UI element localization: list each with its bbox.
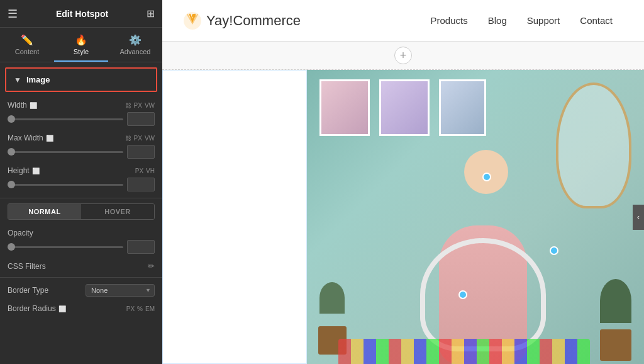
width-control: Width ⬜ ⛓ PX VW — [0, 97, 162, 130]
css-filters-edit-icon[interactable]: ✏ — [148, 261, 155, 271]
border-type-select[interactable]: None Solid Dashed Dotted Double — [86, 284, 155, 297]
height-units: PX VH — [135, 168, 155, 174]
painting-1 — [319, 79, 370, 136]
hotspot-2[interactable] — [550, 246, 558, 255]
width-px-unit[interactable]: PX — [134, 102, 142, 109]
image-section-header[interactable]: ▼ Image — [5, 67, 157, 92]
max-width-link-icon: ⛓ — [125, 135, 131, 142]
border-type-select-wrapper[interactable]: None Solid Dashed Dotted Double — [86, 284, 155, 297]
height-value-input[interactable] — [127, 178, 155, 191]
nav-products[interactable]: Products — [431, 15, 468, 26]
content-icon: ✏️ — [21, 34, 33, 46]
normal-hover-toggle: NORMAL HOVER — [8, 203, 155, 220]
border-radius-row: Border Radius ⬜ PX % EM — [0, 300, 162, 317]
height-vh-unit[interactable]: VH — [146, 168, 155, 174]
max-width-label: Max Width ⬜ — [8, 134, 53, 142]
painting-2 — [379, 79, 430, 136]
woman-figure — [420, 150, 558, 364]
opacity-control: Opacity — [0, 225, 162, 258]
tab-advanced[interactable]: ⚙️ Advanced — [108, 28, 162, 62]
width-vw-unit[interactable]: VW — [145, 102, 155, 109]
normal-btn[interactable]: NORMAL — [8, 204, 81, 219]
width-icon: ⬜ — [30, 102, 37, 109]
height-label: Height ⬜ — [8, 166, 40, 175]
panel-content: ▼ Image Width ⬜ ⛓ PX VW — [0, 62, 162, 364]
hover-btn[interactable]: HOVER — [81, 204, 154, 219]
height-icon: ⬜ — [32, 168, 40, 174]
max-width-slider-row — [8, 145, 155, 159]
panel-title: Edit Hotspot — [56, 9, 108, 19]
width-slider-row — [8, 112, 155, 126]
border-type-label: Border Type — [8, 286, 48, 295]
border-type-row: Border Type None Solid Dashed Dotted Dou… — [0, 280, 162, 300]
css-filters-row: CSS Filters ✏ — [0, 258, 162, 275]
height-slider-track[interactable] — [8, 184, 123, 186]
border-radius-label: Border Radius ⬜ — [8, 304, 66, 313]
max-width-vw-unit[interactable]: VW — [145, 135, 155, 142]
max-width-control: Max Width ⬜ ⛓ PX VW — [0, 130, 162, 162]
border-radius-icon: ⬜ — [58, 305, 66, 312]
opacity-label: Opacity — [8, 229, 33, 237]
plant-right — [594, 279, 638, 361]
mirror — [556, 82, 631, 208]
max-width-px-unit[interactable]: PX — [134, 135, 142, 142]
width-units: ⛓ PX VW — [125, 102, 155, 109]
panel-header: ☰ Edit Hotspot ⊞ — [0, 0, 162, 28]
height-slider-row — [8, 178, 155, 191]
divider-1 — [0, 198, 162, 198]
br-px-unit[interactable]: PX — [126, 305, 135, 312]
collapse-panel-button[interactable]: ‹ — [633, 205, 644, 230]
width-label: Width ⬜ — [8, 101, 37, 110]
width-value-input[interactable] — [127, 112, 155, 126]
height-control: Height ⬜ PX VH — [0, 162, 162, 195]
nav-contact[interactable]: Contact — [580, 15, 613, 26]
logo-area: Yay!Commerce — [181, 9, 301, 32]
divider-2 — [0, 277, 162, 278]
photo-area: ‹ — [307, 70, 644, 364]
left-panel: ☰ Edit Hotspot ⊞ ✏️ Content 🔥 Style ⚙️ A… — [0, 0, 162, 364]
image-section-title: Image — [26, 75, 50, 84]
logo-icon — [181, 9, 204, 32]
opacity-slider-track[interactable] — [8, 246, 123, 248]
tab-style[interactable]: 🔥 Style — [54, 28, 108, 62]
max-width-units: ⛓ PX VW — [125, 135, 155, 142]
hamburger-icon[interactable]: ☰ — [8, 7, 18, 21]
grid-icon[interactable]: ⊞ — [147, 8, 155, 20]
opacity-value-input[interactable] — [127, 240, 155, 254]
advanced-icon: ⚙️ — [129, 34, 142, 46]
painting-3 — [439, 79, 486, 136]
max-width-slider-track[interactable] — [8, 151, 123, 153]
logo-text: Yay!Commerce — [206, 13, 301, 29]
max-width-value-input[interactable] — [127, 145, 155, 159]
height-px-unit[interactable]: PX — [135, 168, 143, 174]
max-width-icon: ⬜ — [46, 135, 53, 142]
tabs-row: ✏️ Content 🔥 Style ⚙️ Advanced — [0, 28, 162, 62]
top-nav: Yay!Commerce Products Blog Support Conta… — [162, 0, 644, 42]
tab-content[interactable]: ✏️ Content — [0, 28, 54, 62]
right-content: Yay!Commerce Products Blog Support Conta… — [162, 0, 644, 364]
add-section-button[interactable]: + — [394, 47, 412, 64]
nav-blog[interactable]: Blog — [488, 15, 507, 26]
border-radius-units: PX % EM — [126, 305, 155, 312]
nav-support[interactable]: Support — [527, 15, 560, 26]
style-icon: 🔥 — [75, 34, 87, 46]
white-content-panel — [162, 70, 307, 364]
width-slider-track[interactable] — [8, 118, 123, 120]
br-percent-unit[interactable]: % — [137, 305, 143, 312]
br-em-unit[interactable]: EM — [145, 305, 155, 312]
svg-point-1 — [192, 14, 196, 18]
width-link-icon: ⛓ — [125, 102, 131, 109]
section-arrow-icon: ▼ — [14, 76, 21, 84]
opacity-slider-row — [8, 240, 155, 254]
nav-links: Products Blog Support Contact — [431, 15, 613, 26]
photo-background — [307, 70, 644, 364]
add-section-row: + — [162, 42, 644, 70]
css-filters-label: CSS Filters — [8, 262, 46, 271]
rug — [338, 339, 590, 364]
image-container: ‹ — [162, 70, 644, 364]
